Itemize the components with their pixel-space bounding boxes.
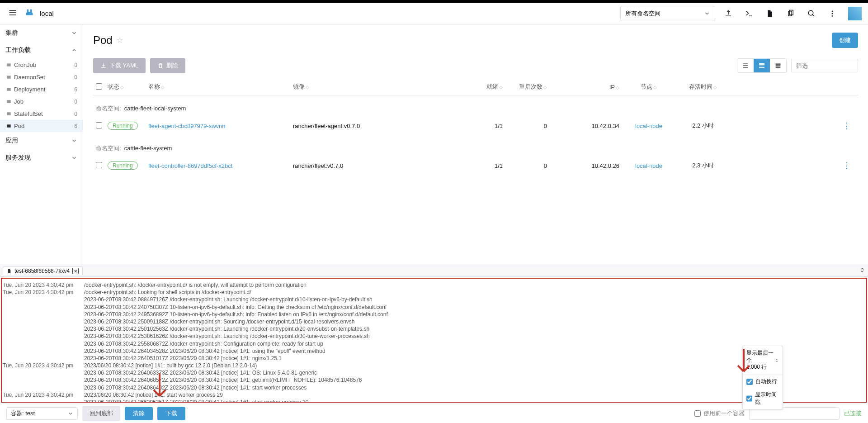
col-restarts[interactable]: 重启次数◇ — [503, 83, 547, 91]
log-line: 2023-06-20T08:30:42.240758307Z 10-listen… — [3, 304, 865, 311]
pod-name-link[interactable]: fleet-controller-8697ddf5cf-x2bct — [148, 162, 232, 169]
view-toggle — [737, 58, 787, 73]
chevron-up-icon — [71, 47, 77, 53]
restarts-cell: 0 — [503, 123, 547, 129]
node-link[interactable]: local-node — [635, 123, 662, 129]
col-node[interactable]: 节点◇ — [619, 83, 678, 91]
svg-rect-12 — [759, 63, 764, 65]
svg-rect-14 — [776, 65, 781, 67]
log-line: 2023-06-20T08:30:42.250091188Z /docker-e… — [3, 318, 865, 325]
menu-icon[interactable] — [6, 6, 19, 20]
timestamp-checkbox[interactable] — [746, 395, 752, 402]
clear-button[interactable]: 清除 — [125, 407, 153, 420]
header-kebab-icon[interactable] — [825, 6, 840, 21]
log-line: Tue, Jun 20 2023 4:30:42 pm2023/06/20 08… — [3, 391, 865, 399]
ready-cell: 1/1 — [469, 123, 503, 129]
sidebar-group-workloads[interactable]: 工作负载 — [0, 42, 83, 59]
sidebar-group-apps[interactable]: 应用 — [0, 132, 83, 149]
svg-rect-15 — [776, 67, 781, 68]
log-line: Tue, Jun 20 2023 4:30:42 pm/docker-entry… — [3, 281, 865, 289]
ip-cell: 10.42.0.34 — [547, 123, 619, 129]
sidebar-item-pod[interactable]: Pod6 — [0, 120, 83, 132]
ready-cell: 1/1 — [469, 162, 503, 169]
favorite-star-icon[interactable]: ☆ — [116, 35, 123, 45]
avatar[interactable] — [848, 7, 862, 20]
sidebar-group-cluster[interactable]: 集群 — [0, 24, 83, 42]
close-icon[interactable]: ✕ — [72, 268, 79, 274]
connected-status: 已连接 — [844, 409, 862, 418]
status-badge: Running — [108, 122, 138, 130]
node-link[interactable]: local-node — [635, 162, 662, 169]
col-image[interactable]: 镜像◇ — [293, 83, 469, 91]
row-actions-kebab[interactable]: ⋮ — [843, 161, 851, 170]
svg-point-5 — [832, 15, 833, 16]
delete-button[interactable]: 删除 — [150, 58, 185, 73]
expand-icon[interactable] — [859, 267, 865, 275]
log-line: 2023-06-20T08:30:42.253861626Z /docker-e… — [3, 333, 865, 340]
rancher-logo-icon — [24, 8, 34, 19]
svg-rect-7 — [7, 76, 10, 78]
namespace-selector-value: 所有命名空间 — [625, 10, 660, 18]
log-line: 2023-06-20T08:30:42.264086402Z 2023/06/2… — [3, 384, 865, 391]
svg-rect-10 — [7, 112, 10, 115]
image-cell: rancher/fleet-agent:v0.7.0 — [293, 123, 469, 129]
row-actions-kebab[interactable]: ⋮ — [843, 121, 851, 130]
row-checkbox[interactable] — [96, 122, 102, 128]
table-row: Running fleet-controller-8697ddf5cf-x2bc… — [93, 156, 858, 175]
log-body[interactable]: Tue, Jun 20 2023 4:30:42 pm/docker-entry… — [1, 278, 867, 403]
prev-container-toggle[interactable]: 使用前一个容器 — [694, 409, 745, 418]
download-log-button[interactable]: 下载 — [157, 407, 185, 420]
restarts-cell: 0 — [503, 162, 547, 169]
sidebar-item-cronjob[interactable]: CronJob0 — [0, 59, 83, 71]
kubectl-shell-button[interactable] — [741, 6, 757, 21]
sidebar-item-statefulset[interactable]: StatefulSet0 — [0, 108, 83, 120]
scroll-bottom-button[interactable]: 回到底部 — [82, 406, 120, 421]
prev-container-checkbox[interactable] — [694, 410, 701, 417]
file-icon — [7, 269, 12, 274]
search-button[interactable] — [804, 6, 819, 21]
page-title: Pod ☆ — [93, 34, 123, 47]
log-line: 2023-06-20T08:30:42.266295351Z 2023/06/2… — [3, 399, 865, 403]
select-all-checkbox[interactable] — [96, 83, 102, 90]
log-tab[interactable]: test-6858f6b568-7kxv4 ✕ — [3, 266, 83, 275]
create-button[interactable]: 创建 — [832, 33, 858, 48]
col-name[interactable]: 名称◇ — [148, 83, 293, 91]
select-arrows-icon — [774, 356, 779, 365]
container-select[interactable]: 容器: test — [6, 407, 78, 420]
sidebar-item-deployment[interactable]: Deployment6 — [0, 83, 83, 95]
cluster-name[interactable]: local — [40, 10, 54, 17]
col-state[interactable]: 状态◇ — [108, 83, 148, 91]
col-ip[interactable]: IP◇ — [547, 84, 619, 90]
table-header: 状态◇ 名称◇ 镜像◇ 就绪◇ 重启次数◇ IP◇ 节点◇ 存活时间◇ — [93, 79, 858, 95]
sidebar-item-job[interactable]: Job0 — [0, 95, 83, 108]
log-line: 2023-06-20T08:30:42.249536892Z 10-listen… — [3, 311, 865, 318]
annotation-arrow-icon — [148, 371, 171, 404]
view-flat-button[interactable] — [737, 59, 754, 72]
chevron-down-icon — [704, 10, 710, 17]
svg-rect-11 — [7, 124, 10, 127]
svg-rect-13 — [776, 63, 781, 65]
view-compact-button[interactable] — [770, 59, 786, 72]
row-checkbox[interactable] — [96, 162, 102, 168]
col-age[interactable]: 存活时间◇ — [678, 83, 728, 91]
log-footer: 容器: test 回到底部 清除 下载 使用前一个容器 已连接 — [0, 404, 868, 423]
import-yaml-button[interactable] — [721, 6, 736, 21]
chevron-down-icon — [71, 30, 77, 36]
copy-config-button[interactable] — [783, 6, 798, 21]
pod-name-link[interactable]: fleet-agent-cbc897979-swvnn — [148, 123, 226, 129]
view-namespace-button[interactable] — [754, 59, 770, 72]
col-ready[interactable]: 就绪◇ — [469, 83, 503, 91]
table-row: Running fleet-agent-cbc897979-swvnn ranc… — [93, 116, 858, 135]
chevron-down-icon — [67, 410, 74, 417]
download-yaml-button[interactable]: 下载 YAML — [93, 58, 146, 73]
filter-input[interactable] — [791, 59, 858, 72]
namespace-selector[interactable]: 所有命名空间 — [620, 6, 715, 21]
image-cell: rancher/fleet:v0.7.0 — [293, 162, 469, 169]
namespace-group-header: 命名空间: cattle-fleet-system — [93, 135, 858, 156]
age-cell: 2.3 小时 — [678, 162, 728, 170]
svg-rect-8 — [7, 88, 10, 90]
sidebar-item-daemonset[interactable]: DaemonSet0 — [0, 71, 83, 83]
sidebar-group-discovery[interactable]: 服务发现 — [0, 149, 83, 166]
timestamp-toggle[interactable]: 显示时间戳 — [743, 388, 783, 409]
file-icon[interactable] — [762, 6, 778, 21]
